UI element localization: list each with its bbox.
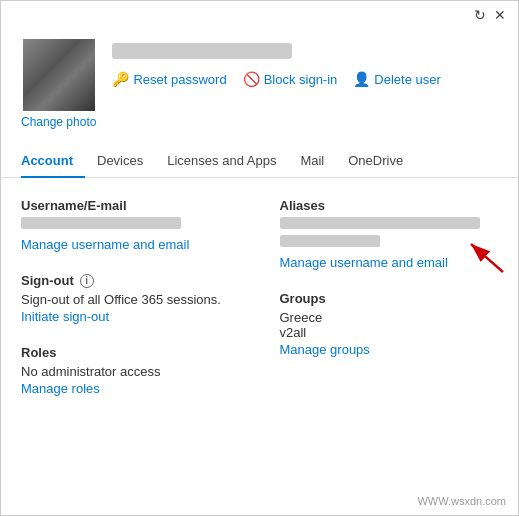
right-column: Aliases Manage username and email Groups… — [280, 198, 499, 417]
header-right: 🔑 Reset password 🚫 Block sign-in 👤 Delet… — [112, 39, 498, 87]
username-value-blurred — [21, 217, 181, 229]
username-title: Username/E-mail — [21, 198, 240, 213]
tab-devices[interactable]: Devices — [85, 145, 155, 178]
header-actions: 🔑 Reset password 🚫 Block sign-in 👤 Delet… — [112, 71, 498, 87]
manage-username-link[interactable]: Manage username and email — [21, 237, 189, 252]
manage-roles-link[interactable]: Manage roles — [21, 381, 100, 396]
group-item-2: v2all — [280, 325, 499, 340]
signout-label: Sign-out i — [21, 273, 240, 288]
watermark: WWW.wsxdn.com — [417, 495, 506, 507]
red-arrow-annotation — [458, 236, 508, 276]
user-header: Change photo 🔑 Reset password 🚫 Block si… — [1, 29, 518, 129]
tab-account[interactable]: Account — [21, 145, 85, 178]
aliases-value-blurred — [280, 217, 480, 229]
change-photo-link[interactable]: Change photo — [21, 115, 96, 129]
avatar-area: Change photo — [21, 39, 96, 129]
manage-aliases-link[interactable]: Manage username and email — [280, 255, 448, 270]
person-icon: 👤 — [353, 71, 370, 87]
signout-description: Sign-out of all Office 365 sessions. — [21, 292, 240, 307]
aliases-title: Aliases — [280, 198, 499, 213]
groups-section: Groups Greece v2all Manage groups — [280, 291, 499, 358]
roles-section: Roles No administrator access Manage rol… — [21, 345, 240, 397]
title-bar: ↻ ✕ — [1, 1, 518, 29]
groups-title: Groups — [280, 291, 499, 306]
user-avatar — [23, 39, 95, 111]
block-signin-button[interactable]: 🚫 Block sign-in — [243, 71, 338, 87]
group-item-1: Greece — [280, 310, 499, 325]
tab-bar: Account Devices Licenses and Apps Mail O… — [1, 145, 518, 178]
svg-line-1 — [471, 244, 503, 272]
tab-onedrive[interactable]: OneDrive — [336, 145, 415, 178]
manage-groups-link[interactable]: Manage groups — [280, 342, 370, 357]
tab-mail[interactable]: Mail — [288, 145, 336, 178]
reset-password-button[interactable]: 🔑 Reset password — [112, 71, 226, 87]
block-icon: 🚫 — [243, 71, 260, 87]
tab-licenses[interactable]: Licenses and Apps — [155, 145, 288, 178]
username-section: Username/E-mail Manage username and emai… — [21, 198, 240, 253]
delete-user-button[interactable]: 👤 Delete user — [353, 71, 440, 87]
info-icon[interactable]: i — [80, 274, 94, 288]
aliases-section: Aliases Manage username and email — [280, 198, 499, 271]
user-name-blurred — [112, 43, 292, 59]
main-content: Username/E-mail Manage username and emai… — [1, 178, 518, 417]
key-icon: 🔑 — [112, 71, 129, 87]
roles-value: No administrator access — [21, 364, 240, 379]
initiate-signout-link[interactable]: Initiate sign-out — [21, 309, 109, 324]
signout-section: Sign-out i Sign-out of all Office 365 se… — [21, 273, 240, 325]
refresh-button[interactable]: ↻ — [470, 5, 490, 25]
left-column: Username/E-mail Manage username and emai… — [21, 198, 240, 417]
close-button[interactable]: ✕ — [490, 5, 510, 25]
aliases-value-blurred-2 — [280, 235, 380, 247]
roles-title: Roles — [21, 345, 240, 360]
